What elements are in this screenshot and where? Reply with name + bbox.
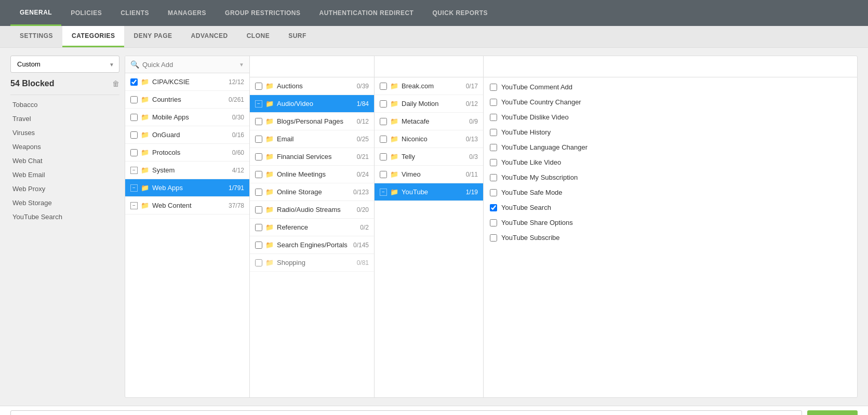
cat-checkbox-daily-motion[interactable] (380, 100, 387, 108)
cat-checkbox-blogs[interactable] (255, 118, 262, 125)
blocked-item-web-email[interactable]: Web Email (10, 168, 119, 182)
cat-item-protocols[interactable]: 📁 Protocols 0/60 (125, 144, 249, 162)
sub-checkbox-yt-search[interactable] (490, 204, 497, 211)
cat-checkbox-online-meetings[interactable] (255, 171, 262, 178)
cat-checkbox-vimeo[interactable] (380, 171, 387, 178)
sub-item-yt-comment-add[interactable]: YouTube Comment Add (484, 79, 857, 95)
cat-item-audio-video[interactable]: − 📁 Audio/Video 1/84 (250, 95, 374, 113)
sub-checkbox-yt-my-sub[interactable] (490, 174, 497, 181)
cat-item-daily-motion[interactable]: 📁 Daily Motion 0/12 (375, 95, 483, 113)
tab-categories[interactable]: CATEGORIES (62, 26, 124, 47)
sub-checkbox-yt-share[interactable] (490, 219, 497, 226)
sub-checkbox-yt-like[interactable] (490, 159, 497, 166)
cat-item-radio-streams[interactable]: 📁 Radio/Audio Streams 0/20 (250, 201, 374, 219)
blocked-item-weapons[interactable]: Weapons (10, 140, 119, 154)
blocked-item-youtube-search[interactable]: YouTube Search (10, 210, 119, 224)
cat-item-niconico[interactable]: 📁 Niconico 0/13 (375, 130, 483, 148)
sub-checkbox-yt-language[interactable] (490, 144, 497, 151)
blocked-item-web-storage[interactable]: Web Storage (10, 196, 119, 210)
blocked-item-viruses[interactable]: Viruses (10, 126, 119, 140)
folder-icon-niconico: 📁 (390, 135, 398, 143)
tab-surf[interactable]: SURF (279, 26, 316, 47)
cat-item-search-engines[interactable]: 📁 Search Engines/Portals 0/145 (250, 236, 374, 254)
cat-item-online-storage[interactable]: 📁 Online Storage 0/123 (250, 183, 374, 201)
cat-item-online-meetings[interactable]: 📁 Online Meetings 0/24 (250, 166, 374, 183)
cat-item-auctions[interactable]: 📁 Auctions 0/39 (250, 77, 374, 95)
sub-item-yt-subscribe[interactable]: YouTube Subscribe (484, 230, 857, 245)
cat-item-web-content[interactable]: − 📁 Web Content 37/78 (125, 197, 249, 215)
cat-item-telly[interactable]: 📁 Telly 0/3 (375, 148, 483, 166)
cat-checkbox-cipa[interactable] (130, 78, 138, 86)
cat-checkbox-search-engines[interactable] (255, 242, 262, 249)
cat-checkbox-break[interactable] (380, 83, 387, 90)
cat-item-onguard[interactable]: 📁 OnGuard 0/16 (125, 126, 249, 144)
sub-item-yt-safe-mode[interactable]: YouTube Safe Mode (484, 185, 857, 200)
cat-checkbox-shopping[interactable] (255, 259, 262, 266)
sub-item-yt-search[interactable]: YouTube Search (484, 200, 857, 215)
cat-item-web-apps[interactable]: − 📁 Web Apps 1/791 (125, 179, 249, 197)
blocked-item-web-chat[interactable]: Web Chat (10, 154, 119, 168)
cat-item-system[interactable]: − 📁 System 4/12 (125, 162, 249, 179)
tab-settings[interactable]: SETTINGS (10, 26, 62, 47)
cat-item-metacafe[interactable]: 📁 Metacafe 0/9 (375, 113, 483, 130)
cat-checkbox-telly[interactable] (380, 153, 387, 160)
sub-checkbox-yt-comment-add[interactable] (490, 84, 497, 91)
sub-item-yt-history[interactable]: YouTube History (484, 125, 857, 140)
cat-item-cipa[interactable]: 📁 CIPA/KCSIE 12/12 (125, 73, 249, 91)
nav-general[interactable]: GENERAL (10, 0, 61, 26)
cat-checkbox-online-storage[interactable] (255, 189, 262, 196)
folder-icon-email: 📁 (265, 135, 274, 143)
cat-item-mobile-apps[interactable]: 📁 Mobile Apps 0/30 (125, 109, 249, 126)
cat-item-youtube[interactable]: − 📁 YouTube 1/19 (375, 183, 483, 201)
cat-checkbox-niconico[interactable] (380, 136, 387, 143)
cat-item-email[interactable]: 📁 Email 0/25 (250, 130, 374, 148)
nav-auth-redirect[interactable]: AUTHENTICATION REDIRECT (310, 0, 423, 26)
cat-checkbox-reference[interactable] (255, 224, 262, 231)
tab-clone[interactable]: CLONE (237, 26, 279, 47)
nav-group-restrictions[interactable]: GROUP RESTRICTIONS (216, 0, 310, 26)
sub-checkbox-yt-history[interactable] (490, 129, 497, 136)
cat-checkbox-onguard[interactable] (130, 131, 138, 139)
sub-checkbox-yt-safe-mode[interactable] (490, 189, 497, 196)
submit-button[interactable]: SUBMIT (807, 410, 858, 415)
sub-checkbox-yt-country-changer[interactable] (490, 99, 497, 106)
blocked-item-web-proxy[interactable]: Web Proxy (10, 182, 119, 196)
sub-item-yt-dislike[interactable]: YouTube Dislike Video (484, 110, 857, 125)
cat-checkbox-protocols[interactable] (130, 149, 138, 156)
cat-checkbox-auctions[interactable] (255, 83, 262, 90)
cat-item-countries[interactable]: 📁 Countries 0/261 (125, 91, 249, 109)
nav-policies[interactable]: POLICIES (61, 0, 111, 26)
sub-checkbox-yt-dislike[interactable] (490, 114, 497, 121)
sub-item-yt-share[interactable]: YouTube Share Options (484, 215, 857, 230)
cat-item-blogs[interactable]: 📁 Blogs/Personal Pages 0/12 (250, 113, 374, 130)
cat-checkbox-email[interactable] (255, 136, 262, 143)
cat-count-web-apps: 1/791 (229, 184, 244, 192)
trash-icon[interactable]: 🗑 (112, 79, 119, 88)
nav-managers[interactable]: MANAGERS (158, 0, 216, 26)
cat-checkbox-countries[interactable] (130, 96, 138, 103)
cat-checkbox-financial[interactable] (255, 153, 262, 160)
nav-clients[interactable]: CLIENTS (111, 0, 158, 26)
sub-item-yt-my-sub[interactable]: YouTube My Subscription (484, 170, 857, 185)
tab-deny-page[interactable]: DENY PAGE (124, 26, 181, 47)
nav-quick-reports[interactable]: QUICK REPORTS (423, 0, 497, 26)
cat-item-financial[interactable]: 📁 Financial Services 0/21 (250, 148, 374, 166)
sub-item-yt-language[interactable]: YouTube Language Changer (484, 140, 857, 155)
category-dropdown[interactable]: Custom (10, 56, 119, 73)
cat-checkbox-radio-streams[interactable] (255, 206, 262, 213)
sub-item-yt-country-changer[interactable]: YouTube Country Changer (484, 95, 857, 110)
blocked-item-tobacco[interactable]: Tobacco (10, 98, 119, 112)
quick-add-dropdown-icon[interactable]: ▼ (239, 62, 244, 68)
sub-item-yt-like[interactable]: YouTube Like Video (484, 155, 857, 170)
tab-advanced[interactable]: ADVANCED (182, 26, 237, 47)
policy-select[interactable]: Update this policy 'default@doe.edu' in … (10, 410, 802, 415)
cat-item-shopping[interactable]: 📁 Shopping 0/81 (250, 254, 374, 272)
quick-add-input[interactable] (142, 61, 236, 69)
cat-item-reference[interactable]: 📁 Reference 0/2 (250, 219, 374, 236)
cat-item-vimeo[interactable]: 📁 Vimeo 0/11 (375, 166, 483, 183)
cat-checkbox-metacafe[interactable] (380, 118, 387, 125)
cat-item-break[interactable]: 📁 Break.com 0/17 (375, 77, 483, 95)
blocked-item-travel[interactable]: Travel (10, 112, 119, 126)
sub-checkbox-yt-subscribe[interactable] (490, 234, 497, 242)
cat-checkbox-mobile-apps[interactable] (130, 114, 138, 121)
